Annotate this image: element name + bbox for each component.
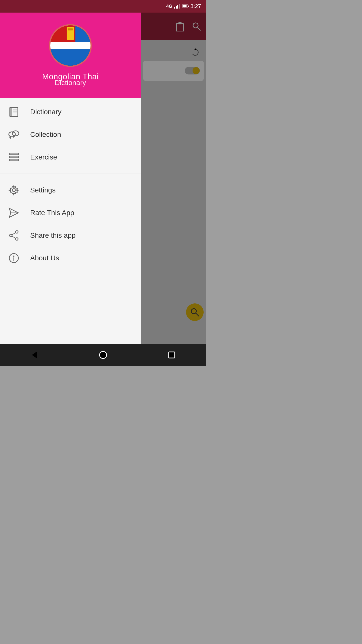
sidebar-item-about[interactable]: About Us [0,247,141,269]
flag-blue-strip [75,25,90,42]
book-icon [8,106,20,118]
svg-marker-35 [32,351,37,358]
svg-line-30 [12,233,16,235]
drawer-divider [0,174,141,174]
sidebar-item-dictionary[interactable]: Dictionary [0,101,141,123]
info-icon [8,252,20,264]
svg-point-36 [100,351,107,358]
svg-rect-13 [10,107,12,116]
sidebar-item-dictionary-label: Dictionary [30,108,61,116]
svg-point-29 [16,238,18,240]
battery-icon [182,5,188,8]
sidebar-item-settings-label: Settings [30,186,56,194]
sidebar-item-settings[interactable]: Settings [0,179,141,202]
bottom-navigation [0,344,206,366]
svg-point-27 [16,231,18,233]
flag-top [50,25,90,42]
svg-point-24 [12,189,15,192]
share-icon [8,229,20,242]
status-time: 3:27 [190,3,201,10]
app-logo [49,24,92,67]
svg-rect-37 [169,352,175,358]
chat-icon [8,128,20,141]
list-icon [8,151,20,164]
drawer-menu: Dictionary Collection [0,98,141,354]
flag-middle [50,42,90,49]
svg-marker-4 [185,5,186,8]
network-label: 4G [166,4,172,9]
status-bar: 4G 3:27 [0,0,206,13]
back-button[interactable] [27,347,42,363]
drawer-secondary-section: Settings Rate This App [0,176,141,272]
drawer-primary-section: Dictionary Collection [0,98,141,171]
recent-icon [168,351,176,359]
recent-apps-button[interactable] [164,347,179,363]
sidebar-item-rate[interactable]: Rate This App [0,202,141,224]
sidebar-item-exercise[interactable]: Exercise [0,146,141,169]
svg-rect-1 [176,6,177,9]
svg-rect-3 [179,4,180,9]
charging-icon [184,5,186,8]
home-button[interactable] [96,347,111,363]
navigation-drawer: Mongolian Thai Dictionary Dictionary [0,13,141,354]
svg-rect-2 [177,5,178,9]
svg-point-33 [13,256,15,257]
flag-soyombo [67,27,74,40]
home-icon [99,350,108,359]
sidebar-item-rate-label: Rate This App [30,209,74,217]
svg-line-31 [12,236,16,238]
gear-icon [8,184,20,196]
sidebar-item-collection-label: Collection [30,131,61,139]
svg-point-28 [10,234,12,237]
back-icon [30,350,39,359]
drawer-header: Mongolian Thai Dictionary [0,13,141,98]
signal-icon [174,4,180,9]
flag-bottom [50,49,90,66]
sidebar-item-about-label: About Us [30,254,59,262]
sidebar-item-collection[interactable]: Collection [0,123,141,146]
sidebar-item-share-label: Share this app [30,231,76,239]
send-icon [8,207,20,219]
svg-rect-0 [174,7,175,9]
sidebar-item-exercise-label: Exercise [30,153,57,161]
sidebar-item-share[interactable]: Share this app [0,224,141,247]
